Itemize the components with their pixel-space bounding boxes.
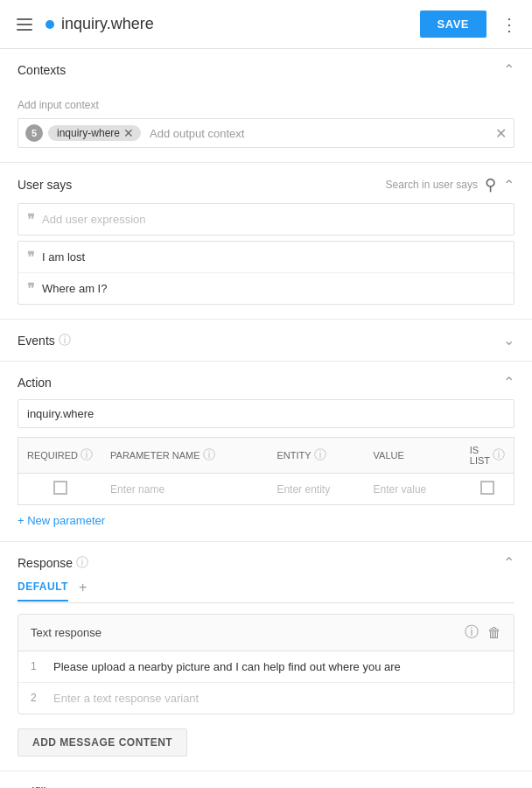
response-item: 1 Please upload a nearby picture and I c…: [18, 651, 514, 683]
response-help-icon[interactable]: ⓘ: [465, 623, 479, 642]
text-response-actions: ⓘ 🗑: [465, 623, 501, 642]
output-context-row: 5 inquiry-where ✕ Add output context ✕: [18, 118, 514, 148]
context-chip-label: inquiry-where: [57, 127, 120, 139]
contexts-chevron-icon: ⌃: [503, 61, 514, 78]
contexts-title: Contexts: [18, 63, 66, 77]
required-checkbox-cell: [18, 474, 102, 505]
is-list-help-icon[interactable]: ⓘ: [493, 447, 505, 463]
user-says-section: User says Search in user says ⚲ ⌃ ❞ Add …: [0, 163, 532, 320]
response-help-icon[interactable]: ⓘ: [76, 555, 88, 571]
input-context-label: Add input context: [18, 90, 514, 118]
response-title-row: Response ⓘ: [18, 555, 88, 571]
response-chevron-icon: ⌃: [503, 554, 514, 571]
events-header[interactable]: Events ⓘ ⌄: [0, 320, 532, 361]
search-icon[interactable]: ⚲: [485, 175, 496, 194]
required-help-icon[interactable]: ⓘ: [80, 447, 93, 463]
entity-cell: Enter entity: [268, 474, 364, 505]
response-text[interactable]: Please upload a nearby picture and I can…: [53, 660, 401, 673]
fulfillment-section: Fulfillment ⌄: [0, 771, 532, 788]
response-variant-input[interactable]: Enter a text response variant: [53, 692, 199, 705]
contexts-body: Add input context 5 inquiry-where ✕ Add …: [18, 90, 514, 162]
save-button[interactable]: SAVE: [420, 11, 486, 38]
menu-icon[interactable]: [10, 11, 38, 39]
context-chip: inquiry-where ✕: [48, 125, 141, 141]
search-label: Search in user says: [386, 179, 478, 191]
user-says-actions: Search in user says ⚲ ⌃: [386, 175, 514, 194]
list-item: ❞ Where am I?: [18, 273, 514, 304]
response-item: 2 Enter a text response variant: [18, 683, 514, 714]
entity-help-icon[interactable]: ⓘ: [314, 447, 326, 463]
status-dot: [46, 20, 54, 29]
contexts-section-header[interactable]: Contexts ⌃: [18, 49, 514, 90]
user-says-input-row[interactable]: ❞ Add user expression: [18, 203, 514, 236]
events-chevron-icon: ⌄: [503, 332, 514, 348]
params-table: REQUIRED ⓘ PARAMETER NAME ⓘ ENTITY: [18, 437, 514, 505]
param-name-header: PARAMETER NAME ⓘ: [102, 438, 268, 474]
page-title: inquiry.where: [61, 15, 420, 33]
tab-default[interactable]: DEFAULT: [18, 580, 68, 602]
quote-icon: ❞: [27, 249, 35, 265]
fulfillment-title: Fulfillment: [18, 785, 74, 789]
action-input[interactable]: [18, 399, 514, 428]
text-response-title: Text response: [31, 626, 102, 639]
events-section: Events ⓘ ⌄: [0, 320, 532, 362]
is-list-checkbox-cell: [461, 474, 514, 505]
events-help-icon[interactable]: ⓘ: [59, 333, 71, 348]
response-tabs: DEFAULT +: [18, 580, 514, 603]
quote-icon: ❞: [27, 280, 35, 297]
header: inquiry.where SAVE ⋮: [0, 0, 532, 49]
required-header: REQUIRED ⓘ: [18, 438, 102, 474]
user-says-header: User says Search in user says ⚲ ⌃: [18, 163, 514, 203]
user-says-input[interactable]: Add user expression: [42, 213, 146, 226]
action-section: Action ⌃ REQUIRED ⓘ PARAMETER NAME: [0, 362, 532, 542]
user-says-expression: I am lost: [42, 250, 85, 264]
text-response-card: Text response ⓘ 🗑 1 Please upload a near…: [18, 614, 514, 714]
required-checkbox[interactable]: [53, 481, 67, 495]
output-context-close-icon[interactable]: ✕: [495, 125, 507, 142]
user-says-list: ❞ I am lost ❞ Where am I?: [18, 241, 514, 305]
value-cell: Enter value: [365, 474, 461, 505]
response-num: 2: [31, 692, 43, 704]
value-input[interactable]: Enter value: [374, 483, 427, 496]
action-chevron-icon: ⌃: [503, 374, 514, 390]
context-chip-close-icon[interactable]: ✕: [123, 127, 134, 139]
text-response-card-header: Text response ⓘ 🗑: [18, 615, 514, 651]
entity-input[interactable]: Enter entity: [276, 483, 330, 496]
user-says-title: User says: [18, 178, 72, 192]
new-parameter-label: + New parameter: [18, 514, 105, 527]
response-section: Response ⓘ ⌃ DEFAULT + Text response ⓘ 🗑…: [0, 542, 532, 771]
response-header: Response ⓘ ⌃: [18, 542, 514, 580]
add-message-content-button[interactable]: ADD MESSAGE CONTENT: [18, 728, 187, 756]
param-name-cell: Enter name: [102, 474, 268, 505]
events-title-row: Events ⓘ: [18, 333, 71, 348]
response-num: 1: [31, 660, 43, 672]
user-says-expression: Where am I?: [42, 282, 107, 295]
quote-icon: ❞: [27, 211, 35, 228]
table-row: Enter name Enter entity Enter value: [18, 474, 514, 505]
response-title: Response: [18, 556, 73, 570]
list-item: ❞ I am lost: [18, 242, 514, 273]
action-title: Action: [18, 376, 52, 390]
context-badge: 5: [25, 124, 43, 142]
is-list-checkbox[interactable]: [480, 481, 494, 495]
new-parameter-button[interactable]: + New parameter: [18, 514, 514, 527]
fulfillment-header[interactable]: Fulfillment ⌄: [0, 771, 532, 788]
main-content: Contexts ⌃ Add input context 5 inquiry-w…: [0, 49, 532, 788]
entity-header: ENTITY ⓘ: [268, 438, 364, 474]
param-name-help-icon[interactable]: ⓘ: [203, 447, 215, 463]
delete-response-icon[interactable]: 🗑: [487, 625, 501, 641]
user-says-chevron-icon: ⌃: [503, 177, 514, 193]
value-header: VALUE: [365, 438, 461, 474]
events-title: Events: [18, 334, 55, 348]
action-header: Action ⌃: [18, 362, 514, 399]
is-list-header: IS LIST ⓘ: [461, 438, 514, 474]
param-name-input[interactable]: Enter name: [110, 483, 164, 496]
add-tab-icon[interactable]: +: [79, 580, 87, 602]
more-options-icon[interactable]: ⋮: [497, 11, 522, 39]
contexts-section: Contexts ⌃ Add input context 5 inquiry-w…: [0, 49, 532, 163]
fulfillment-chevron-icon: ⌄: [503, 784, 514, 788]
add-output-context-input[interactable]: Add output context: [146, 125, 490, 142]
